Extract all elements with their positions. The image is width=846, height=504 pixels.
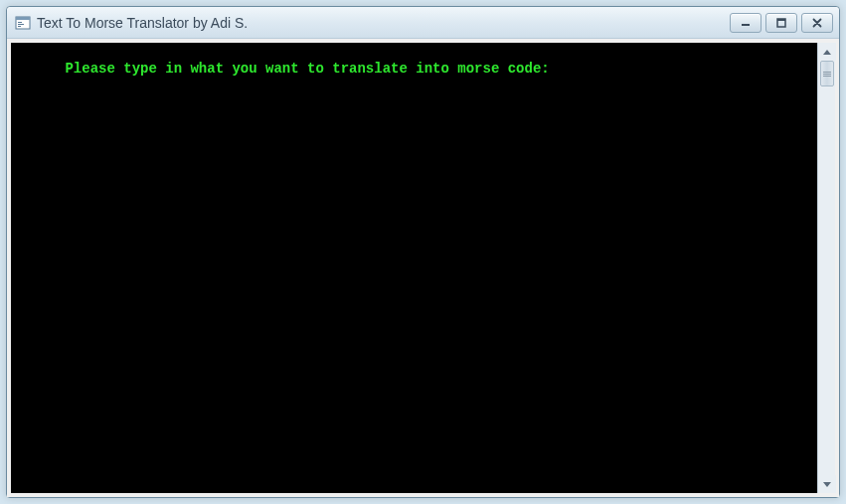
scroll-track[interactable] [818,61,835,475]
console-prompt-text: Please type in what you want to translat… [65,61,549,77]
svg-rect-3 [18,24,24,25]
svg-rect-1 [16,17,30,20]
svg-rect-5 [742,24,750,26]
titlebar[interactable]: Text To Morse Translator by Adi S. [7,7,839,39]
minimize-button[interactable] [730,13,761,33]
client-area: Please type in what you want to translat… [7,39,839,497]
app-window: Text To Morse Translator by Adi S. [6,6,840,498]
window-title: Text To Morse Translator by Adi S. [37,15,730,31]
scroll-up-button[interactable] [818,43,836,61]
scroll-down-button[interactable] [818,475,836,493]
scroll-thumb[interactable] [820,61,834,86]
vertical-scrollbar[interactable] [817,43,835,493]
svg-rect-4 [18,26,21,27]
close-button[interactable] [801,13,833,33]
svg-rect-2 [18,22,22,23]
app-icon [15,15,31,31]
maximize-button[interactable] [765,13,797,33]
svg-rect-7 [777,19,785,21]
window-controls [730,13,833,33]
console-output[interactable]: Please type in what you want to translat… [11,43,817,493]
